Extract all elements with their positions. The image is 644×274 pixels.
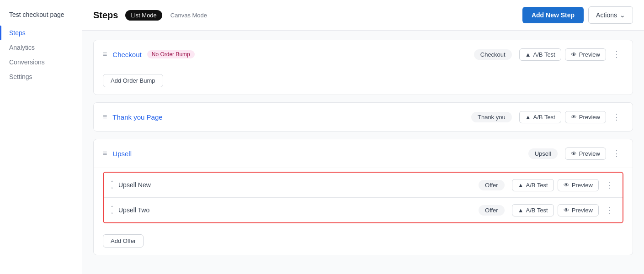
more-options-upsell-two[interactable]: ⋮ <box>602 203 616 217</box>
add-order-bump-row: Add Order Bump <box>94 68 633 95</box>
step-card-upsell: ≡ Upsell◀ Upsell 👁 Preview ⋮ <box>93 139 633 255</box>
upsell-sub-section: ⌃ ⌄ Upsell New Offer ▲ A/B Test <box>94 168 633 229</box>
ab-test-button-thankyou[interactable]: ▲ A/B Test <box>519 111 561 123</box>
drag-handle-upsell[interactable]: ≡ <box>103 149 107 158</box>
action-btns-thankyou: ▲ A/B Test 👁 Preview ⋮ <box>519 110 623 124</box>
step-name-thankyou[interactable]: Thank you Page <box>112 113 162 121</box>
step-type-thankyou: Thank you <box>471 112 512 122</box>
more-options-upsell-new[interactable]: ⋮ <box>602 178 616 192</box>
project-title: Test checkout page <box>0 7 82 26</box>
actions-button[interactable]: Actions ⌄ <box>588 6 633 24</box>
list-mode-button[interactable]: List Mode <box>125 10 162 21</box>
preview-button-thankyou[interactable]: 👁 Preview <box>565 111 606 123</box>
main-content: Steps List Mode Canvas Mode Add New Step… <box>82 0 644 274</box>
steps-list: ≡ Checkout No Order Bump Checkout ▲ A/B … <box>82 31 644 274</box>
preview-button-upsell[interactable]: 👁 Preview <box>565 148 606 160</box>
ab-test-button-checkout[interactable]: ▲ A/B Test <box>519 48 561 61</box>
ab-icon-upsell-new: ▲ <box>518 182 524 189</box>
step-name-upsell[interactable]: Upsell◀ <box>112 150 132 158</box>
ab-icon: ▲ <box>525 51 531 58</box>
ab-icon-upsell-two: ▲ <box>518 207 524 214</box>
sub-action-btns-upsell-two: ▲ A/B Test 👁 Preview ⋮ <box>512 203 616 217</box>
step-card-thankyou: ≡ Thank you Page Thank you ▲ A/B Test 👁 … <box>93 102 633 132</box>
page-title: Steps <box>93 10 118 21</box>
drag-handle-thankyou[interactable]: ≡ <box>103 113 107 121</box>
sub-item-name-upsell-new[interactable]: Upsell New <box>118 181 151 189</box>
more-options-thankyou[interactable]: ⋮ <box>610 110 623 124</box>
eye-icon-upsell: 👁 <box>571 150 577 157</box>
sub-item-type-upsell-two: Offer <box>479 205 505 216</box>
sidebar-item-conversions[interactable]: Conversions <box>0 55 82 69</box>
add-order-bump-button[interactable]: Add Order Bump <box>103 74 163 87</box>
preview-button-upsell-two[interactable]: 👁 Preview <box>558 204 599 216</box>
sub-item-upsell-new: ⌃ ⌄ Upsell New Offer ▲ A/B Test <box>104 173 623 197</box>
sidebar-item-analytics[interactable]: Analytics <box>0 40 82 55</box>
preview-button-checkout[interactable]: 👁 Preview <box>565 48 606 61</box>
canvas-mode-button[interactable]: Canvas Mode <box>165 10 213 21</box>
step-name-checkout[interactable]: Checkout <box>112 51 141 58</box>
action-btns-checkout: ▲ A/B Test 👁 Preview ⋮ <box>519 47 623 61</box>
header-left: Steps List Mode Canvas Mode <box>93 10 213 21</box>
sort-arrows-upsell-new[interactable]: ⌃ ⌄ <box>110 180 114 190</box>
page-header: Steps List Mode Canvas Mode Add New Step… <box>82 0 644 31</box>
more-options-checkout[interactable]: ⋮ <box>610 47 623 61</box>
add-offer-row: Add Offer <box>94 229 633 255</box>
sub-action-btns-upsell-new: ▲ A/B Test 👁 Preview ⋮ <box>512 178 616 192</box>
sub-item-type-upsell-new: Offer <box>479 180 505 190</box>
step-badge-checkout: No Order Bump <box>147 50 195 58</box>
preview-button-upsell-new[interactable]: 👁 Preview <box>558 179 599 191</box>
eye-icon-checkout: 👁 <box>571 51 577 58</box>
sidebar-item-steps[interactable]: Steps <box>0 26 82 40</box>
eye-icon-upsell-two: 👁 <box>564 207 569 214</box>
sub-item-name-upsell-two[interactable]: Upsell Two <box>118 206 149 214</box>
step-type-checkout: Checkout <box>474 49 512 60</box>
step-row-upsell: ≡ Upsell◀ Upsell 👁 Preview ⋮ <box>94 139 633 168</box>
drag-handle-checkout[interactable]: ≡ <box>103 50 107 58</box>
add-new-step-button[interactable]: Add New Step <box>522 7 584 23</box>
sub-item-upsell-two: ⌃ ⌄ Upsell Two Offer ▲ A/B Test <box>104 197 623 222</box>
ab-icon-thankyou: ▲ <box>525 114 531 121</box>
ab-test-button-upsell-new[interactable]: ▲ A/B Test <box>512 179 554 191</box>
more-options-upsell[interactable]: ⋮ <box>610 147 623 160</box>
add-offer-button[interactable]: Add Offer <box>103 234 144 248</box>
eye-icon-thankyou: 👁 <box>571 114 577 121</box>
step-card-checkout: ≡ Checkout No Order Bump Checkout ▲ A/B … <box>93 40 633 95</box>
ab-test-button-upsell-two[interactable]: ▲ A/B Test <box>512 204 554 216</box>
sub-items-container: ⌃ ⌄ Upsell New Offer ▲ A/B Test <box>103 172 623 223</box>
mode-toggle: List Mode Canvas Mode <box>125 10 213 21</box>
step-row-checkout: ≡ Checkout No Order Bump Checkout ▲ A/B … <box>94 40 633 68</box>
sort-arrows-upsell-two[interactable]: ⌃ ⌄ <box>110 206 114 215</box>
step-type-upsell: Upsell <box>528 148 558 159</box>
step-row-thankyou: ≡ Thank you Page Thank you ▲ A/B Test 👁 … <box>94 103 633 131</box>
chevron-down-icon: ⌄ <box>620 11 625 19</box>
action-btns-upsell: 👁 Preview ⋮ <box>565 147 623 160</box>
header-right: Add New Step Actions ⌄ <box>522 6 633 24</box>
sidebar-item-settings[interactable]: Settings <box>0 69 82 84</box>
sidebar: Test checkout page Steps Analytics Conve… <box>0 0 82 274</box>
eye-icon-upsell-new: 👁 <box>564 182 569 189</box>
